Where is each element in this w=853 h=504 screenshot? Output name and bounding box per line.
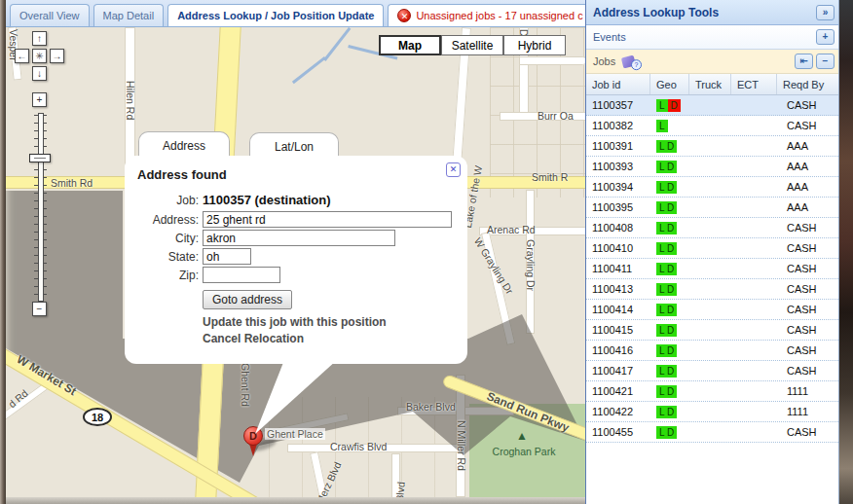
zoom-in-button[interactable]: + [32, 92, 47, 107]
jobs-help-icon [621, 54, 636, 68]
popup-tab-address[interactable]: Address [138, 131, 230, 159]
table-row[interactable]: 1100455L DCASH [586, 422, 838, 443]
geo-badge: L D [656, 365, 677, 378]
zip-label: Zip: [125, 269, 203, 282]
dock-jobs-button[interactable]: ⇤ [795, 54, 813, 69]
jobs-table-header: Job id Geo Truck ECT Reqd By [586, 74, 838, 95]
map-canvas[interactable]: 18 VesperHilen RdLake of the WDrBurr OaS… [6, 27, 585, 497]
geo-badge: L D [656, 385, 677, 398]
road-grayling-dr [526, 190, 535, 334]
table-row[interactable]: 1100413L DCASH [586, 279, 838, 300]
tab-label: Unassigned jobs - 17 unassigned c [416, 10, 582, 21]
address-label: Address: [125, 213, 203, 227]
table-row[interactable]: 1100421L D1111 [586, 381, 838, 402]
pan-right-button[interactable]: → [50, 49, 64, 63]
column-header-job-id[interactable]: Job id [586, 74, 650, 94]
events-label: Events [593, 31, 626, 43]
table-row[interactable]: 1100382LCASH [586, 116, 838, 136]
geo-badge: L D [656, 263, 677, 275]
road-crawfis-blvd [287, 444, 460, 452]
table-row[interactable]: 1100395L DAAA [586, 198, 838, 218]
table-row[interactable]: 1100410L DCASH [586, 238, 838, 259]
satellite-button[interactable]: Satellite [441, 35, 503, 55]
state-label: State: [125, 250, 203, 264]
table-row[interactable]: 1100408L DCASH [586, 218, 838, 238]
geo-badge: L D [656, 324, 677, 337]
zoom-out-button[interactable]: − [32, 302, 47, 316]
city-field[interactable] [203, 230, 395, 246]
tab-overall-view[interactable]: Overall View [10, 4, 90, 26]
tab-label: Address Lookup / Job Position Update [177, 10, 374, 21]
events-section-header[interactable]: Events + [586, 25, 838, 50]
geo-badge: L D [656, 304, 677, 316]
pan-up-button[interactable]: ↑ [32, 31, 47, 46]
geo-badge: L D [656, 283, 677, 296]
column-header-truck[interactable]: Truck [689, 74, 731, 94]
window-bottom-edge [6, 497, 585, 504]
state-field[interactable] [203, 248, 251, 265]
pan-center-button[interactable]: ✳ [32, 49, 47, 63]
geo-badge: L D [656, 406, 677, 418]
road-burr-oak [500, 112, 585, 121]
zip-field[interactable] [203, 267, 280, 283]
column-header-geo[interactable]: Geo [650, 74, 689, 94]
city-label: City: [125, 232, 203, 245]
panel-title: Address Lookup Tools [593, 6, 719, 19]
route-18-shield: 18 [83, 408, 112, 426]
address-lookup-tools-panel: Address Lookup Tools » Events + Jobs ⇤ −… [585, 0, 839, 504]
geo-badge: L [656, 99, 668, 112]
table-row[interactable]: 1100394L DAAA [586, 177, 838, 198]
tab-address-lookup[interactable]: Address Lookup / Job Position Update [167, 4, 384, 26]
map-type-buttons: Map Satellite Hybrid [379, 35, 566, 55]
geo-badge: L D [656, 201, 677, 214]
popup-title: Address found [137, 167, 227, 182]
table-row[interactable]: 1100393L DAAA [586, 157, 838, 177]
address-field[interactable] [203, 211, 452, 228]
road-hilen-rd [125, 27, 135, 171]
panel-title-bar: Address Lookup Tools » [586, 0, 838, 25]
cancel-relocation-link[interactable]: Cancel Relocation [203, 332, 304, 345]
geo-badge: L D [656, 181, 677, 194]
geo-badge: L D [656, 242, 677, 255]
geo-badge: D [668, 99, 681, 112]
job-label: Job: [125, 194, 203, 207]
tab-label: Overall View [19, 10, 80, 21]
desktop-background-strip [839, 0, 853, 504]
pan-left-button[interactable]: ← [15, 49, 29, 63]
tab-label: Map Detail [103, 10, 155, 21]
table-row[interactable]: 1100422L D1111 [586, 402, 838, 422]
hybrid-button[interactable]: Hybrid [503, 35, 566, 55]
collapse-jobs-button[interactable]: − [816, 54, 834, 69]
table-row[interactable]: 1100416L DCASH [586, 341, 838, 361]
geo-badge: L [656, 120, 668, 132]
road-branch [519, 56, 585, 65]
zoom-slider-handle[interactable] [29, 154, 51, 162]
job-value: 1100357 (destination) [203, 193, 331, 207]
table-row[interactable]: 1100415L DCASH [586, 320, 838, 341]
pan-down-button[interactable]: ↓ [32, 66, 47, 81]
tab-map-detail[interactable]: Map Detail [93, 4, 165, 26]
column-header-reqd-by[interactable]: Reqd By [777, 74, 838, 94]
map-button[interactable]: Map [379, 35, 441, 55]
expand-events-button[interactable]: + [816, 29, 834, 45]
column-header-ect[interactable]: ECT [731, 74, 777, 94]
table-row[interactable]: 1100391L DAAA [586, 136, 838, 157]
goto-address-button[interactable]: Goto address [203, 290, 292, 309]
close-icon[interactable]: ✕ [446, 162, 461, 177]
table-row[interactable]: 1100411L DCASH [586, 259, 838, 279]
jobs-table-body: 1100357LDCASH1100382LCASH1100391L DAAA11… [586, 95, 838, 443]
table-row[interactable]: 1100417L DCASH [586, 361, 838, 381]
table-row[interactable]: 1100357LDCASH [586, 95, 838, 116]
update-job-link[interactable]: Update this job with this position [203, 315, 387, 329]
jobs-section-header[interactable]: Jobs ⇤ − [586, 50, 838, 74]
jobs-label: Jobs [593, 55, 615, 67]
tab-unassigned-jobs[interactable]: ✕ Unassigned jobs - 17 unassigned c [388, 4, 585, 26]
geo-badge: L D [656, 161, 677, 173]
geo-badge: L D [656, 344, 677, 357]
collapse-panel-button[interactable]: » [816, 5, 834, 20]
zoom-slider-rail [38, 113, 44, 302]
stream [292, 56, 326, 84]
table-row[interactable]: 1100414L DCASH [586, 300, 838, 320]
address-popup: ✕ Address found Job: 1100357 (destinatio… [125, 156, 467, 364]
geo-badge: L D [656, 140, 677, 153]
